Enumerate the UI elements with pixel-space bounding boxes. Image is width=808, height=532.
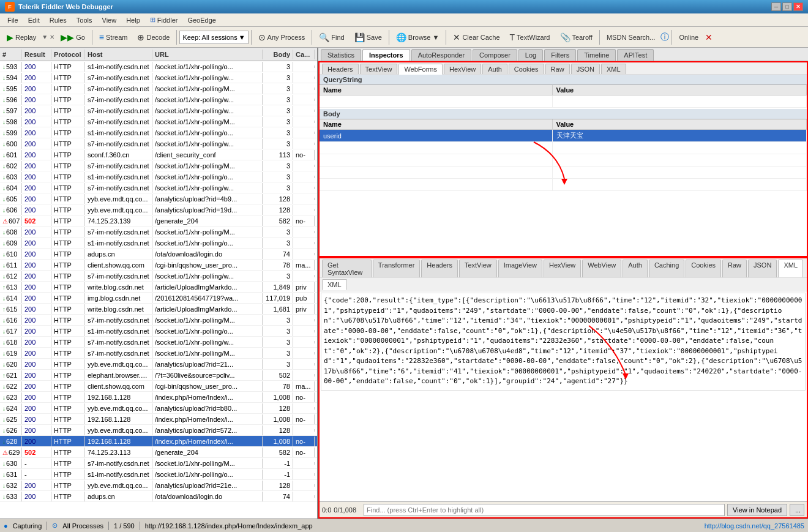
resp-tab-headers[interactable]: Headers (421, 260, 458, 277)
session-row[interactable]: ↓ 632 200 HTTP yyb.eve.mdt.qq.co... /ana… (0, 480, 317, 491)
session-row[interactable]: ↓ 609 200 HTTP s1-im-notify.csdn.net /so… (0, 238, 317, 249)
session-row[interactable]: ↓ 595 200 HTTP s7-im-notify.csdn.net /so… (0, 83, 317, 94)
session-row[interactable]: ↓ 618 200 HTTP s7-im-notify.csdn.net /so… (0, 337, 317, 348)
stream-button[interactable]: ≡ Stream (95, 29, 132, 45)
req-tab-hexview[interactable]: HexView (444, 64, 481, 74)
session-row[interactable]: ↑ 615 200 HTTP write.blog.csdn.net /arti… (0, 304, 317, 315)
keep-dropdown[interactable]: Keep: All sessions ▼ (179, 31, 248, 44)
session-row[interactable]: ↓ 631 - HTTP s1-im-notify.csdn.net /sock… (0, 469, 317, 480)
session-row[interactable]: ↓ 600 200 HTTP s7-im-notify.csdn.net /so… (0, 138, 317, 149)
tab-timeline[interactable]: Timeline (577, 49, 616, 61)
session-row[interactable]: ↓ 606 200 HTTP yyb.eve.mdt.qq.co... /ana… (0, 204, 317, 215)
req-tab-xml[interactable]: XML (601, 64, 626, 74)
clear-cache-button[interactable]: ✕ Clear Cache (449, 29, 504, 45)
save-button[interactable]: 💾 Save (350, 29, 386, 45)
req-tab-cookies[interactable]: Cookies (509, 64, 544, 74)
req-tab-auth[interactable]: Auth (482, 64, 507, 74)
session-row[interactable]: ↓ 619 200 HTTP s7-im-notify.csdn.net /so… (0, 348, 317, 359)
session-row[interactable]: ↓ 612 200 HTTP s7-im-notify.csdn.net /so… (0, 271, 317, 282)
maximize-button[interactable]: □ (782, 2, 792, 11)
replay-dropdown-icon[interactable]: ▼ (42, 34, 48, 40)
find-button[interactable]: 🔍 Find (315, 29, 348, 45)
menu-geoedge[interactable]: GeoEdge (182, 15, 220, 25)
req-tab-raw[interactable]: Raw (545, 64, 570, 74)
resp-tab-transformer[interactable]: Transformer (373, 260, 421, 277)
session-row[interactable]: ↑ 613 200 HTTP write.blog.csdn.net /arti… (0, 282, 317, 293)
window-controls[interactable]: ─ □ ✕ (771, 2, 803, 11)
session-row[interactable]: ↓ 620 200 HTTP yyb.eve.mdt.qq.co... /ana… (0, 359, 317, 370)
resp-tab-imageview[interactable]: ImageView (498, 260, 542, 277)
menu-tools[interactable]: Tools (72, 15, 97, 25)
minimize-button[interactable]: ─ (771, 2, 781, 11)
req-tab-json[interactable]: JSON (571, 64, 600, 74)
find-input[interactable] (364, 504, 725, 516)
session-row[interactable]: ↓ 614 200 HTTP img.blog.csdn.net /201612… (0, 293, 317, 304)
resp-tab-textview[interactable]: TextView (459, 260, 497, 277)
response-content-area[interactable]: {"code":200,"result":{"item_type":[{"des… (320, 291, 807, 501)
session-row[interactable]: ↓ 626 200 HTTP yyb.eve.mdt.qq.co... /ana… (0, 425, 317, 436)
req-tab-textview[interactable]: TextView (360, 64, 398, 74)
session-row[interactable]: ↑ 621 200 HTTP elephant.browser.3... /?t… (0, 370, 317, 381)
session-row[interactable]: ↓ 628 200 HTTP 192.168.1.128 /index.php/… (0, 436, 317, 447)
session-row[interactable]: ↓ 598 200 HTTP s7-im-notify.csdn.net /so… (0, 116, 317, 127)
tab-statistics[interactable]: Statistics (321, 49, 361, 61)
tab-filters[interactable]: Filters (544, 49, 576, 61)
session-row[interactable]: ↓ 608 200 HTTP s7-im-notify.csdn.net /so… (0, 227, 317, 238)
go-button[interactable]: ▶▶ Go (56, 29, 89, 45)
resp-tab-webview[interactable]: WebView (582, 260, 621, 277)
resp-xml-tab[interactable]: XML (322, 279, 347, 290)
session-row[interactable]: ⚠ 629 502 HTTP 74.125.23.113 /generate_2… (0, 447, 317, 458)
resp-tab-raw[interactable]: Raw (722, 260, 747, 277)
session-row[interactable]: ⚠ 607 502 HTTP 74.125.23.139 /generate_2… (0, 215, 317, 227)
find-options-button[interactable]: ... (790, 504, 804, 516)
session-row[interactable]: ↓ 596 200 HTTP s7-im-notify.csdn.net /so… (0, 94, 317, 105)
menu-help[interactable]: Help (121, 15, 145, 25)
close-toolbar-icon[interactable]: ✕ (705, 32, 713, 42)
resp-tab-cookies[interactable]: Cookies (686, 260, 721, 277)
session-row[interactable]: ↓ 604 200 HTTP s7-im-notify.csdn.net /so… (0, 182, 317, 193)
session-row[interactable]: ↓ 633 200 HTTP adups.cn /ota/download/lo… (0, 491, 317, 502)
browse-button[interactable]: 🌐 Browse ▼ (392, 29, 444, 45)
session-row[interactable]: ↓ 622 200 HTTP client.show.qq.com /cgi-b… (0, 381, 317, 392)
session-row[interactable]: ↓ 610 200 HTTP adups.cn /ota/download/lo… (0, 249, 317, 260)
session-row[interactable]: ↓ 617 200 HTTP s1-im-notify.csdn.net /so… (0, 326, 317, 337)
view-in-notepad-button[interactable]: View in Notepad (727, 504, 787, 516)
req-tab-headers[interactable]: Headers (322, 64, 359, 74)
resp-tab-auth[interactable]: Auth (623, 260, 648, 277)
resp-tab-json[interactable]: JSON (748, 260, 777, 277)
tab-composer[interactable]: Composer (473, 49, 517, 61)
session-row[interactable]: ↓ 616 200 HTTP s7-im-notify.csdn.net /so… (0, 315, 317, 326)
session-row[interactable]: ↓ 601 200 HTTP sconf.f.360.cn /client_se… (0, 149, 317, 160)
session-row[interactable]: ↓ 597 200 HTTP s7-im-notify.csdn.net /so… (0, 105, 317, 116)
menu-fiddler[interactable]: ⊞ Fiddler (145, 15, 183, 25)
decode-button[interactable]: ⊕ Decode (133, 29, 174, 45)
msdn-button[interactable]: MSDN Search... (602, 29, 659, 45)
session-row[interactable]: ↓ 603 200 HTTP s1-im-notify.csdn.net /so… (0, 171, 317, 182)
menu-edit[interactable]: Edit (23, 15, 45, 25)
tab-inspectors[interactable]: Inspectors (362, 49, 410, 61)
text-wizard-button[interactable]: T TextWizard (506, 29, 555, 45)
session-row[interactable]: ↓ 593 200 HTTP s1-im-notify.csdn.net /so… (0, 61, 317, 72)
online-button[interactable]: Online (675, 29, 703, 45)
resp-tab-hexview[interactable]: HexView (544, 260, 581, 277)
session-row[interactable]: ↓ 605 200 HTTP yyb.eve.mdt.qq.co... /ana… (0, 193, 317, 204)
replay-button[interactable]: ▶ Replay (2, 29, 40, 45)
tab-log[interactable]: Log (518, 49, 543, 61)
req-tab-webforms[interactable]: WebForms (398, 64, 443, 75)
resp-tab-caching[interactable]: Caching (649, 260, 684, 277)
session-row[interactable]: ↓ 599 200 HTTP s1-im-notify.csdn.net /so… (0, 127, 317, 138)
any-process-button[interactable]: ⊙ Any Process (254, 29, 310, 45)
menu-file[interactable]: File (2, 15, 23, 25)
tab-api-test[interactable]: APITest (617, 49, 654, 61)
session-row[interactable]: ↓ 623 200 HTTP 192.168.1.128 /index.php/… (0, 392, 317, 403)
resp-tab-syntax[interactable]: Get SyntaxView (322, 260, 372, 277)
tab-auto-responder[interactable]: AutoResponder (411, 49, 471, 61)
tearoff-button[interactable]: 📎 Tearoff (556, 29, 597, 45)
session-row[interactable]: ↓ 625 200 HTTP 192.168.1.128 /index.php/… (0, 414, 317, 425)
session-list[interactable]: ↓ 593 200 HTTP s1-im-notify.csdn.net /so… (0, 61, 317, 519)
menu-rules[interactable]: Rules (45, 15, 72, 25)
menu-view[interactable]: View (97, 15, 122, 25)
resp-tab-xml[interactable]: XML (778, 260, 803, 278)
session-row[interactable]: ↓ 611 200 HTTP client.show.qq.com /cgi-b… (0, 260, 317, 271)
session-row[interactable]: ↓ 630 - HTTP s7-im-notify.csdn.net /sock… (0, 458, 317, 469)
